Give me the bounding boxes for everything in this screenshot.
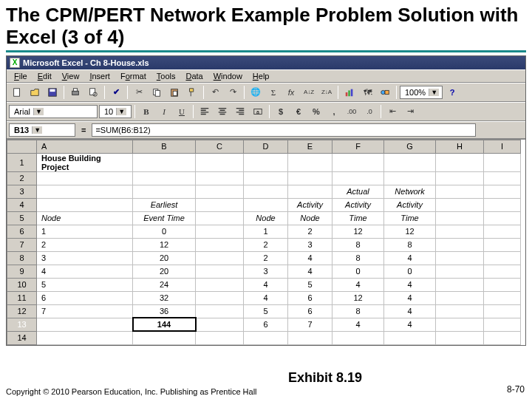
row-header-9[interactable]: 9	[7, 265, 37, 278]
cell-H9[interactable]	[436, 265, 484, 278]
row-header-13[interactable]: 13	[7, 318, 37, 331]
map-icon[interactable]: 🗺	[359, 85, 375, 100]
cell-B3[interactable]	[133, 185, 196, 198]
cell-I6[interactable]	[484, 225, 521, 238]
cell-D8[interactable]: 2	[244, 251, 288, 265]
copy-icon[interactable]	[149, 85, 165, 100]
cell-C11[interactable]	[196, 291, 244, 304]
select-all-corner[interactable]	[7, 140, 37, 153]
cell-E5[interactable]: Node	[288, 211, 332, 225]
cell-G12[interactable]: 4	[384, 304, 436, 318]
cell-H5[interactable]	[436, 211, 484, 225]
cell-C3[interactable]	[196, 185, 244, 198]
cell-D12[interactable]: 5	[244, 304, 288, 318]
col-header-G[interactable]: G	[384, 140, 436, 153]
cell-F1[interactable]	[332, 153, 384, 171]
cell-A12[interactable]: 7	[37, 304, 133, 318]
menu-edit[interactable]: Edit	[33, 71, 56, 81]
name-box[interactable]: B13▼	[9, 123, 75, 137]
chart-wizard-icon[interactable]	[341, 85, 358, 100]
cell-H7[interactable]	[436, 238, 484, 251]
cell-A10[interactable]: 5	[37, 278, 133, 291]
cell-F4[interactable]: Activity	[332, 198, 384, 211]
col-header-B[interactable]: B	[133, 140, 196, 153]
cell-D10[interactable]: 4	[244, 278, 288, 291]
cell-C14[interactable]	[196, 331, 244, 344]
cell-H12[interactable]	[436, 304, 484, 318]
cell-H4[interactable]	[436, 198, 484, 211]
worksheet-grid[interactable]: ABCDEFGHI1House Building Project23Actual…	[7, 139, 525, 345]
decrease-indent-icon[interactable]: ⇤	[384, 104, 400, 119]
cell-D6[interactable]: 1	[244, 225, 288, 238]
save-icon[interactable]	[44, 85, 61, 100]
new-icon[interactable]	[9, 85, 25, 100]
cell-C13[interactable]	[196, 318, 244, 331]
cell-I4[interactable]	[484, 198, 521, 211]
cell-A3[interactable]	[37, 185, 133, 198]
cell-E12[interactable]: 6	[288, 304, 332, 318]
cell-D14[interactable]	[244, 331, 288, 344]
cell-H1[interactable]	[436, 153, 484, 171]
cell-I7[interactable]	[484, 238, 521, 251]
cell-F13[interactable]: 4	[332, 318, 384, 331]
cell-I13[interactable]	[484, 318, 521, 331]
cell-H6[interactable]	[436, 225, 484, 238]
cell-A1[interactable]: House Building Project	[37, 153, 133, 171]
cell-F11[interactable]: 12	[332, 291, 384, 304]
row-header-7[interactable]: 7	[7, 238, 37, 251]
format-painter-icon[interactable]	[184, 85, 200, 100]
align-center-icon[interactable]	[214, 104, 231, 119]
cell-G11[interactable]: 4	[384, 291, 436, 304]
cell-A6[interactable]: 1	[37, 225, 133, 238]
font-size-combo[interactable]: 10▼	[99, 105, 132, 118]
cell-G4[interactable]: Activity	[384, 198, 436, 211]
font-name-combo[interactable]: Arial▼	[9, 105, 98, 118]
function-icon[interactable]: fx	[283, 85, 299, 100]
cell-A13[interactable]	[37, 318, 133, 331]
cell-G10[interactable]: 4	[384, 278, 436, 291]
cell-E8[interactable]: 4	[288, 251, 332, 265]
cell-H14[interactable]	[436, 331, 484, 344]
cell-F5[interactable]: Time	[332, 211, 384, 225]
col-header-E[interactable]: E	[288, 140, 332, 153]
cell-B9[interactable]: 20	[133, 265, 196, 278]
col-header-A[interactable]: A	[37, 140, 133, 153]
cell-B6[interactable]: 0	[133, 225, 196, 238]
open-icon[interactable]	[27, 85, 43, 100]
cell-A5[interactable]: Node	[37, 211, 133, 225]
cell-H3[interactable]	[436, 185, 484, 198]
cell-A11[interactable]: 6	[37, 291, 133, 304]
sort-desc-icon[interactable]: Z↓A	[318, 85, 335, 100]
cell-I8[interactable]	[484, 251, 521, 265]
row-header-12[interactable]: 12	[7, 304, 37, 318]
col-header-H[interactable]: H	[436, 140, 484, 153]
row-header-11[interactable]: 11	[7, 291, 37, 304]
sort-asc-icon[interactable]: A↓Z	[301, 85, 317, 100]
menu-window[interactable]: Window	[209, 71, 247, 81]
cell-B14[interactable]	[133, 331, 196, 344]
cell-E1[interactable]	[288, 153, 332, 171]
cell-I10[interactable]	[484, 278, 521, 291]
col-header-C[interactable]: C	[196, 140, 244, 153]
cell-C12[interactable]	[196, 304, 244, 318]
cell-B8[interactable]: 20	[133, 251, 196, 265]
cell-D2[interactable]	[244, 171, 288, 185]
cell-E9[interactable]: 4	[288, 265, 332, 278]
menu-view[interactable]: View	[58, 71, 84, 81]
cell-C2[interactable]	[196, 171, 244, 185]
menu-tools[interactable]: Tools	[152, 71, 180, 81]
cell-D7[interactable]: 2	[244, 238, 288, 251]
cell-D5[interactable]: Node	[244, 211, 288, 225]
row-header-8[interactable]: 8	[7, 251, 37, 265]
cell-D3[interactable]	[244, 185, 288, 198]
decrease-decimal-icon[interactable]: .0	[361, 104, 378, 119]
currency-icon[interactable]: $	[273, 104, 289, 119]
cell-D4[interactable]	[244, 198, 288, 211]
cell-B12[interactable]: 36	[133, 304, 196, 318]
cut-icon[interactable]: ✂	[131, 85, 147, 100]
cell-I9[interactable]	[484, 265, 521, 278]
cell-H2[interactable]	[436, 171, 484, 185]
cell-E4[interactable]: Activity	[288, 198, 332, 211]
paste-icon[interactable]	[166, 85, 183, 100]
cell-E2[interactable]	[288, 171, 332, 185]
